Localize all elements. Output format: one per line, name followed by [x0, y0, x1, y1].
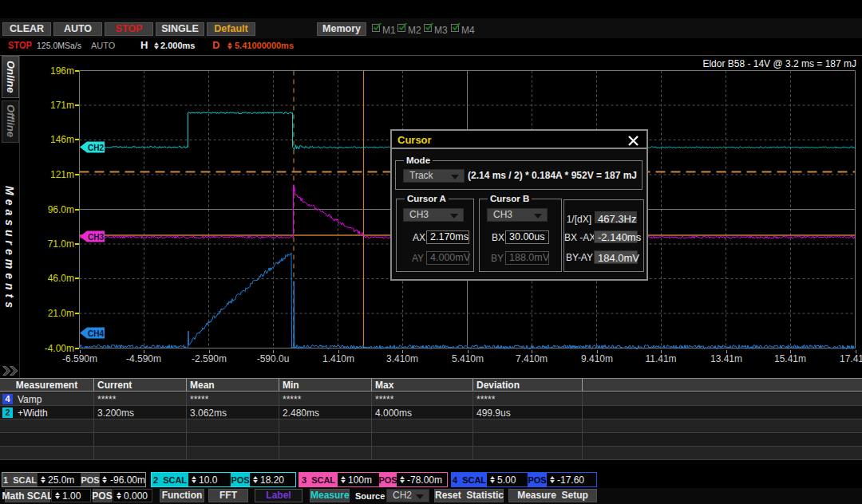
svg-text:CH2: CH2 — [88, 144, 104, 152]
svg-text:CH3: CH3 — [88, 232, 104, 241]
svg-text:CH4: CH4 — [88, 329, 104, 338]
